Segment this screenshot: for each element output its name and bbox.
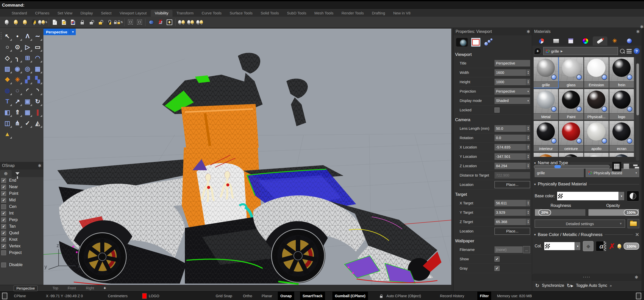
extend-curve-tool-icon[interactable]: ◝ <box>33 86 42 95</box>
panel-tab-bomb-icon[interactable] <box>622 36 637 46</box>
title-field[interactable]: Perspective <box>494 60 530 67</box>
projection-field[interactable]: Perspective▾ <box>494 88 530 95</box>
orient-tool-icon[interactable]: ⋔ <box>13 118 22 128</box>
toggle-auto-sync-icon[interactable]: ↻▸ <box>567 283 574 289</box>
status-gumball-cplane-[interactable]: Gumball (CPlane) <box>332 292 368 300</box>
spinner-icon[interactable]: ▲▼ <box>526 219 530 225</box>
gear-icon[interactable]: ✱ <box>527 29 530 34</box>
bulbs-pair-2-icon[interactable] <box>186 18 195 27</box>
clip-box-icon[interactable] <box>126 18 135 27</box>
material-partial[interactable] <box>534 153 558 157</box>
command-bar[interactable]: Command: <box>0 1 644 9</box>
synchronize-button[interactable]: Synchronize <box>542 283 564 288</box>
viewport-tab-top[interactable]: Top <box>50 286 61 291</box>
add-material-button[interactable]: + <box>534 48 541 55</box>
display-mode-field[interactable]: Shaded▾ <box>494 97 530 104</box>
sphere-tool-icon[interactable]: ◉ <box>13 64 22 74</box>
status-box-icon[interactable] <box>2 292 7 300</box>
point-tool-icon[interactable]: • <box>13 31 22 41</box>
y-target-field[interactable]: 3.929▲▼ <box>494 209 530 216</box>
text-tool-icon[interactable]: T <box>3 97 12 106</box>
boolean-diff-tool-icon[interactable]: ◌ <box>13 86 22 95</box>
spinner-icon[interactable]: ▲▼ <box>526 125 530 132</box>
lens-length-mm--field[interactable]: 50.0▲▼ <box>494 125 530 132</box>
split-tool-icon[interactable]: ▚ <box>33 75 42 84</box>
perspective-viewport[interactable]: Perspective ▼ <box>43 29 451 285</box>
extrude-tool-icon[interactable]: ⇑ <box>13 108 22 117</box>
collapse-chevron-icon[interactable]: ▾ <box>534 161 536 165</box>
box-tool-icon[interactable]: ▧ <box>3 64 12 74</box>
lock-open-icon[interactable] <box>87 18 96 27</box>
location-button[interactable]: Place... <box>494 181 530 188</box>
locked-checkbox[interactable] <box>494 108 500 113</box>
bulb-half-icon[interactable] <box>29 18 38 27</box>
menu-tab-standard[interactable]: Standard <box>8 10 31 17</box>
tab-osnap[interactable]: ⊕ <box>0 170 12 177</box>
collapse-chevron-icon[interactable]: ▾ <box>534 233 536 237</box>
distance-to-target-field[interactable]: 722.900 <box>494 172 530 179</box>
torus-tool-icon[interactable]: ◎ <box>23 64 32 74</box>
osnap-project-checkbox[interactable]: ✓ <box>1 250 6 255</box>
primitives-tool-icon[interactable]: ◭ <box>33 118 42 128</box>
panel-tab-sun-icon[interactable]: ✳ <box>607 36 622 46</box>
status-auto-cplane-object-[interactable]: Auto CPlane (Object) <box>386 292 421 300</box>
status-filter[interactable]: Filter <box>477 292 491 300</box>
page-colors-icon[interactable] <box>68 18 78 27</box>
grid-view-button[interactable] <box>612 162 621 171</box>
gear-icon[interactable]: ✱ <box>636 29 640 34</box>
z-location-field[interactable]: 84.294▲▼ <box>494 163 530 169</box>
viewport-tab-front[interactable]: Front <box>65 286 79 291</box>
page-yellow-icon[interactable] <box>59 18 68 27</box>
osnap-end-checkbox[interactable]: ✓ <box>1 178 6 183</box>
viewport-tab-perspective[interactable]: Perspective <box>14 286 38 291</box>
menu-tab-set-view[interactable]: Set View <box>54 10 77 17</box>
width-field[interactable]: 1600▲▼ <box>494 69 530 76</box>
lock-closed-icon[interactable] <box>78 18 87 27</box>
remove-texture-icon[interactable]: ✗ <box>609 242 615 251</box>
frame-bulb-icon[interactable] <box>165 18 174 27</box>
spinner-icon[interactable]: ▲▼ <box>526 200 530 206</box>
status-grid-snap[interactable]: Grid Snap <box>216 292 232 300</box>
osnap-mid-checkbox[interactable]: ✓ <box>1 198 6 203</box>
tab-selection-filter[interactable] <box>12 170 23 177</box>
osnap-point-checkbox[interactable]: ✓ <box>1 191 6 196</box>
contrast-button[interactable] <box>627 191 639 201</box>
material-partial[interactable] <box>584 153 609 157</box>
viewport-title-dropdown[interactable]: Perspective ▼ <box>43 29 76 35</box>
osnap-perp-checkbox[interactable]: ✓ <box>1 218 6 222</box>
detailed-settings-button[interactable]: Detailed settings▼ <box>535 220 625 228</box>
menu-tab-surface-tools[interactable]: Surface Tools <box>226 10 257 17</box>
array-linear-tool-icon[interactable]: ∥ <box>33 108 42 117</box>
menu-tab-subd-tools[interactable]: SubD Tools <box>283 10 310 17</box>
base-color-swatch[interactable]: ▾ <box>557 191 625 201</box>
osnap-int-checkbox[interactable]: ✓ <box>1 211 6 216</box>
material-partial[interactable] <box>559 153 583 157</box>
filename-field[interactable]: (none) <box>494 246 523 253</box>
menu-tab-render-tools[interactable]: Render Tools <box>337 10 368 17</box>
search-icon[interactable] <box>620 49 625 53</box>
status-planar[interactable]: Planar <box>262 292 272 300</box>
arc-tool-icon[interactable]: ▷ <box>23 42 32 52</box>
osnap-tan-checkbox[interactable]: ✓ <box>1 224 6 229</box>
status-lock-icon[interactable] <box>379 292 383 300</box>
array-tool-icon[interactable]: ▦ <box>23 108 32 117</box>
toolbar-grip[interactable] <box>1 32 2 39</box>
bulb-yellow-icon[interactable] <box>11 18 20 27</box>
panel-tab-colorwheel-icon[interactable] <box>578 36 593 46</box>
material-logo[interactable]: logo <box>609 89 634 120</box>
lock-yellow-icon[interactable] <box>96 18 105 27</box>
move-tool-icon[interactable]: ↗ <box>13 97 22 106</box>
menu-tab-mesh-tools[interactable]: Mesh Tools <box>310 10 338 17</box>
status-logo[interactable]: LOGO <box>149 292 159 300</box>
surface-bend-tool-icon[interactable]: ◠ <box>33 53 42 63</box>
boolean-union-tool-icon[interactable]: ◍ <box>3 86 12 95</box>
material-partial[interactable] <box>609 153 634 157</box>
trim-tool-icon[interactable]: ▞ <box>23 75 32 84</box>
lock-half-icon[interactable] <box>105 18 114 27</box>
menu-tab-solid-tools[interactable]: Solid Tools <box>257 10 283 17</box>
tree-view-button[interactable] <box>631 162 640 171</box>
circle-tool-icon[interactable]: ○ <box>3 42 12 52</box>
clip-box-2-icon[interactable] <box>135 18 144 27</box>
spinner-icon[interactable]: ▲▼ <box>526 144 530 151</box>
material-glass[interactable]: glass <box>559 57 583 88</box>
